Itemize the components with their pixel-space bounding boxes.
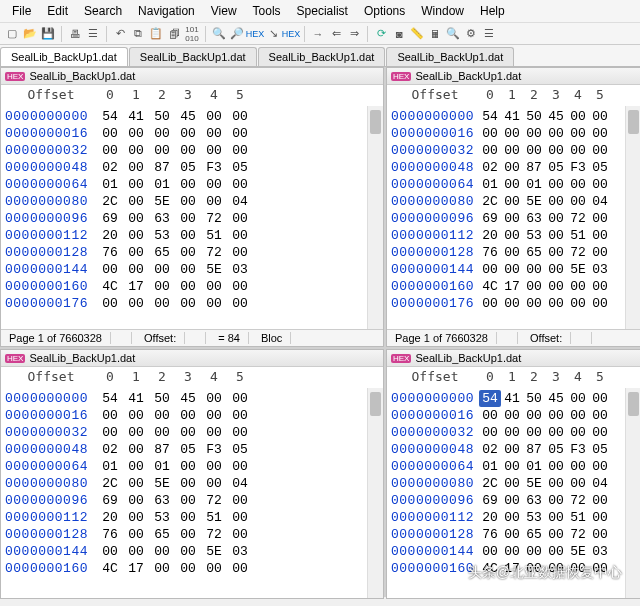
offset-cell[interactable]: 0000000016 [5,125,97,142]
offset-cell[interactable]: 0000000096 [5,210,97,227]
offset-cell[interactable]: 0000000048 [5,441,97,458]
byte-cell[interactable]: 00 [227,492,253,509]
byte-cell[interactable]: 65 [149,244,175,261]
byte-cell[interactable]: 05 [175,159,201,176]
byte-cell[interactable]: 00 [227,424,253,441]
byte-cell[interactable]: 51 [201,227,227,244]
byte-cell[interactable]: 50 [149,108,175,125]
offset-cell[interactable]: 0000000064 [391,176,479,193]
offset-cell[interactable]: 0000000112 [391,227,479,244]
byte-cell[interactable]: 00 [123,176,149,193]
byte-cell[interactable]: 17 [123,278,149,295]
offset-cell[interactable]: 0000000032 [5,424,97,441]
byte-cell[interactable]: 00 [201,176,227,193]
byte-cell[interactable]: 00 [201,390,227,407]
hex-area[interactable]: 0000000000544150450000000000001600000000… [1,388,383,598]
scrollbar-vertical[interactable] [625,388,640,598]
byte-cell[interactable]: 00 [227,458,253,475]
offset-cell[interactable]: 0000000032 [5,142,97,159]
byte-cell[interactable]: 05 [545,159,567,176]
byte-cell[interactable]: 72 [201,526,227,543]
byte-cell[interactable]: 01 [149,176,175,193]
byte-cell[interactable]: 54 [97,390,123,407]
offset-cell[interactable]: 0000000112 [5,227,97,244]
byte-cell[interactable]: 50 [523,108,545,125]
byte-cell[interactable]: 01 [523,458,545,475]
byte-cell[interactable]: 02 [479,159,501,176]
byte-cell[interactable]: 54 [479,108,501,125]
byte-cell[interactable]: 00 [227,227,253,244]
byte-cell[interactable]: 00 [227,295,253,312]
byte-cell[interactable]: 00 [123,142,149,159]
byte-cell[interactable]: 00 [545,458,567,475]
byte-cell[interactable]: 72 [567,244,589,261]
offset-cell[interactable]: 0000000144 [391,543,479,560]
byte-cell[interactable]: 00 [545,407,567,424]
byte-cell[interactable]: 00 [149,295,175,312]
offset-cell[interactable]: 0000000112 [391,509,479,526]
byte-cell[interactable]: 69 [479,210,501,227]
search-icon[interactable]: 🔍 [211,26,227,42]
byte-cell[interactable]: 63 [149,492,175,509]
scroll-thumb[interactable] [628,110,639,134]
byte-cell[interactable]: 20 [479,509,501,526]
byte-cell[interactable]: 00 [123,424,149,441]
undo-icon[interactable]: ↶ [112,26,128,42]
byte-cell[interactable]: 00 [501,244,523,261]
byte-cell[interactable]: 00 [501,526,523,543]
back-icon[interactable]: ⇐ [328,26,344,42]
byte-cell[interactable]: 00 [201,125,227,142]
byte-cell[interactable]: 5E [149,475,175,492]
copy-icon[interactable]: ⧉ [130,26,146,42]
byte-cell[interactable]: 00 [589,458,611,475]
arrow-right-icon[interactable]: → [310,26,326,42]
byte-cell[interactable]: 00 [545,193,567,210]
offset-cell[interactable]: 0000000144 [5,261,97,278]
hex-area[interactable]: 0000000000544150450000000000001600000000… [1,106,383,329]
byte-cell[interactable]: 45 [175,108,201,125]
offset-cell[interactable]: 0000000000 [5,390,97,407]
byte-cell[interactable]: 01 [149,458,175,475]
byte-cell[interactable]: 00 [501,159,523,176]
byte-cell[interactable]: 63 [523,210,545,227]
offset-cell[interactable]: 0000000048 [391,441,479,458]
byte-cell[interactable]: 00 [201,193,227,210]
byte-cell[interactable]: 00 [479,261,501,278]
scrollbar-vertical[interactable] [367,106,383,329]
byte-cell[interactable]: 17 [501,278,523,295]
byte-cell[interactable]: 03 [227,543,253,560]
binary-icon[interactable]: 101010 [184,26,200,42]
menu-options[interactable]: Options [356,2,413,20]
fwd-icon[interactable]: ⇒ [346,26,362,42]
byte-cell[interactable]: 00 [501,142,523,159]
byte-cell[interactable]: 05 [589,159,611,176]
byte-cell[interactable]: 45 [545,390,567,407]
offset-cell[interactable]: 0000000160 [391,278,479,295]
byte-cell[interactable]: 00 [501,492,523,509]
offset-cell[interactable]: 0000000048 [391,159,479,176]
byte-cell[interactable]: 00 [479,424,501,441]
menu-file[interactable]: File [4,2,39,20]
byte-cell[interactable]: 00 [501,475,523,492]
byte-cell[interactable]: F3 [567,159,589,176]
menu-view[interactable]: View [203,2,245,20]
offset-cell[interactable]: 0000000128 [5,244,97,261]
byte-cell[interactable]: 00 [523,543,545,560]
byte-cell[interactable]: 01 [479,176,501,193]
byte-cell[interactable]: 65 [149,526,175,543]
byte-cell[interactable]: 72 [567,210,589,227]
byte-cell[interactable]: 00 [545,278,567,295]
byte-cell[interactable]: 00 [201,278,227,295]
byte-cell[interactable]: 00 [545,227,567,244]
offset-cell[interactable]: 0000000064 [5,458,97,475]
byte-cell[interactable]: 00 [123,543,149,560]
byte-cell[interactable]: 87 [523,159,545,176]
byte-cell[interactable]: 00 [501,227,523,244]
byte-cell[interactable]: 00 [175,509,201,526]
byte-cell[interactable]: 00 [589,227,611,244]
byte-cell[interactable]: 00 [123,458,149,475]
byte-cell[interactable]: 00 [501,441,523,458]
byte-cell[interactable]: 2C [479,193,501,210]
byte-cell[interactable]: 01 [523,176,545,193]
offset-cell[interactable]: 0000000096 [391,492,479,509]
